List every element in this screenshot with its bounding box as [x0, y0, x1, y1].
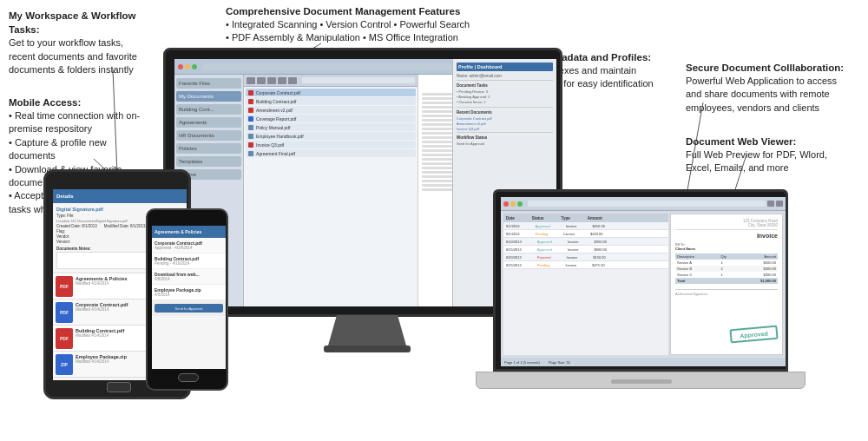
tb-save[interactable]: [267, 77, 276, 84]
modified-field: Modified Date: 8/1/2013: [104, 224, 146, 228]
laptop-base: [476, 372, 806, 389]
list-item[interactable]: 8/10/2013ApprovedInvoice$350.00: [503, 238, 668, 246]
phone-doc-sub: Approved - 4/14/2014: [155, 246, 223, 250]
monitor-stand: [324, 315, 411, 359]
list-item[interactable]: 8/25/2013PendingInvoice$275.00: [503, 261, 668, 269]
file-icon: [248, 125, 253, 130]
list-item[interactable]: 8/5/2013PendingInvoice$200.00: [503, 230, 668, 238]
col-type: Type: [562, 216, 570, 220]
laptop-search-bar[interactable]: [528, 201, 766, 207]
pdf-icon: [248, 99, 253, 104]
search-bar[interactable]: [302, 77, 415, 83]
tb-new[interactable]: [247, 77, 255, 84]
file-row[interactable]: Employee Handbook.pdf: [246, 132, 416, 140]
file-name: Invoice Q3.pdf: [256, 142, 284, 148]
phone: Agreements & Policies Corporate Contract…: [146, 208, 228, 395]
list-item[interactable]: 8/20/2013RejectedInvoice$150.00: [503, 253, 668, 261]
profile-name-label: Name: admin@email.com: [457, 74, 553, 78]
list-item[interactable]: 8/1/2013ApprovedInvoice$450.00: [503, 222, 668, 230]
sidebar-item-policies[interactable]: Policies: [176, 143, 241, 154]
task-3: • Overdue Items: 1: [457, 100, 553, 104]
recent-doc-2[interactable]: Amendment v2.pdf: [457, 122, 553, 126]
tb-open[interactable]: [257, 77, 266, 84]
list-item[interactable]: 8/15/2013ApprovedInvoice$600.00: [503, 246, 668, 253]
item-header: Description: [675, 253, 720, 260]
phone-doc-sub: Pending - 4/10/2014: [155, 261, 223, 266]
file-row[interactable]: Agreement Final.pdf: [246, 149, 416, 157]
tb-upload[interactable]: [278, 77, 286, 84]
file-row[interactable]: Amendment v2.pdf: [246, 106, 416, 114]
qty-cell: 2: [720, 266, 739, 272]
tablet-header-text: Details: [56, 194, 74, 199]
send-approval-btn[interactable]: Send for Approval: [155, 304, 223, 313]
file-row[interactable]: Policy Manual.pdf: [246, 123, 416, 131]
laptop-tb-btn[interactable]: [776, 201, 783, 207]
file-row[interactable]: Building Contract.pdf: [246, 97, 416, 105]
sidebar-item-building[interactable]: Building Cont...: [176, 104, 241, 115]
webviewer-title: Document Web Viewer:: [686, 135, 855, 148]
phone-body: Agreements & Policies Corporate Contract…: [146, 208, 228, 391]
file-row[interactable]: Corporate Contract.pdf: [246, 89, 416, 96]
phone-doc-item[interactable]: Building Contract.pdf Pending - 4/10/201…: [152, 253, 226, 269]
amount-header: Amount: [738, 253, 778, 260]
file-icon: [248, 151, 253, 156]
item-cell: Service C: [675, 272, 720, 278]
workflow-status: Send for Approval: [457, 142, 553, 146]
total-amount: $1,000.00: [738, 278, 778, 284]
sidebar-item-templates[interactable]: Templates: [176, 156, 241, 167]
invoice-total-row: Total $1,000.00: [675, 278, 778, 284]
task-2: • Awaiting Approval: 2: [457, 95, 553, 99]
phone-doc-sub: 4/8/2014: [155, 277, 223, 281]
comprehensive-item-1: Integrated Scanning • Version Control • …: [226, 18, 470, 31]
item-cell: Service B: [675, 266, 720, 272]
phone-actions: Send for Approval: [152, 300, 226, 316]
file-row[interactable]: Coverage Report.pdf: [246, 115, 416, 122]
sidebar-item-agreements[interactable]: Agreements: [176, 117, 241, 128]
secure-body: Powerful Web Application to access and s…: [686, 75, 855, 115]
tablet-home-button[interactable]: [107, 382, 131, 392]
doc-type-icon: PDF: [56, 276, 73, 297]
invoice-header-row: Description Qty Amount: [675, 253, 778, 260]
laptop-screen: Date Status Type Amount 8/1/2013Approved…: [501, 197, 786, 366]
invoice-row: Service A 1 $500.00: [675, 260, 778, 266]
sidebar-item-hr[interactable]: HR Documents: [176, 130, 241, 141]
sidebar-item-favorites[interactable]: Favorite Files: [176, 78, 241, 89]
recent-doc-3[interactable]: Invoice Q3.pdf: [457, 127, 553, 131]
laptop: Date Status Type Amount 8/1/2013Approved…: [476, 189, 806, 406]
file-icon: [248, 134, 253, 139]
recent-doc-1[interactable]: Corporate Contract.pdf: [457, 116, 553, 121]
laptop-toolbar: [501, 197, 786, 211]
laptop-tb-btn[interactable]: [767, 201, 774, 207]
phone-doc-item[interactable]: Download from web... 4/8/2014: [152, 269, 226, 285]
laptop-list-header: Date Status Type Amount: [503, 214, 668, 222]
file-name: Corporate Contract.pdf: [256, 90, 300, 95]
phone-home-button[interactable]: [178, 373, 199, 382]
file-list: Corporate Contract.pdf Building Contract…: [244, 87, 418, 306]
file-row[interactable]: Invoice Q3.pdf: [246, 141, 416, 148]
toolbar-dot-green: [192, 64, 197, 69]
recent-docs-label: Recent Documents: [457, 110, 553, 115]
recent-divider: [457, 132, 553, 133]
sidebar-item-documents[interactable]: My Documents: [176, 91, 241, 102]
min-dot: [510, 201, 516, 207]
tb-search[interactable]: [288, 77, 297, 84]
zoom-info: Page Size: 50: [549, 360, 570, 365]
file-name: Policy Manual.pdf: [256, 125, 290, 130]
phone-doc-item[interactable]: Employee Package.zip 4/5/2014: [152, 285, 226, 300]
invoice-table: Description Qty Amount Service A 1 $500.…: [675, 253, 778, 284]
doc-type-icon: PDF: [56, 302, 73, 323]
file-name: Building Contract.pdf: [256, 99, 296, 104]
laptop-rows: 8/1/2013ApprovedInvoice$450.00 8/5/2013P…: [503, 222, 668, 269]
company-address: 123 Company RoadCity, State 00000: [675, 219, 778, 227]
laptop-statusbar: Page 1 of 1 (5 records) Page Size: 50: [501, 358, 786, 366]
monitor-file-area: Corporate Contract.pdf Building Contract…: [244, 75, 418, 306]
secure-annotation: Secure Document Colllaboration: Powerful…: [686, 61, 855, 115]
invoice-row: Service B 2 $300.00: [675, 266, 778, 272]
pdf-icon: [248, 108, 253, 113]
phone-header: Agreements & Policies: [152, 226, 226, 238]
toolbar-dot-yellow: [185, 64, 190, 69]
type-field: Type: File: [56, 214, 74, 218]
task-1: • Pending Review: 3: [457, 89, 553, 94]
workspace-annotation: My Workspace & Workflow Tasks: Get to yo…: [9, 9, 143, 76]
phone-doc-item[interactable]: Corporate Contract.pdf Approved - 4/14/2…: [152, 238, 226, 253]
